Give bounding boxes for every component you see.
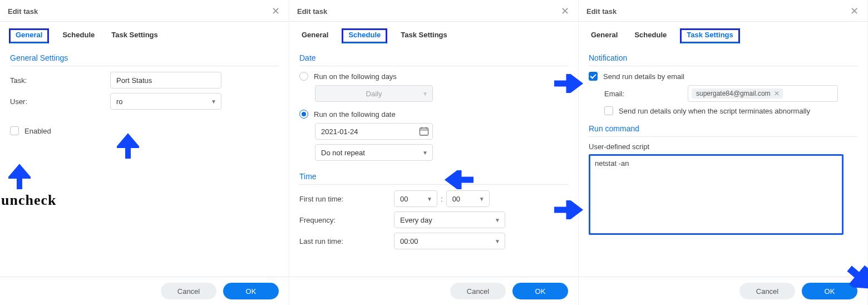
tab-general[interactable]: General xyxy=(10,29,48,42)
annotation-arrow-right-icon xyxy=(554,74,585,93)
chevron-down-icon: ▼ xyxy=(495,238,500,244)
ok-button[interactable]: OK xyxy=(512,283,568,299)
tab-schedule[interactable]: Schedule xyxy=(343,29,386,42)
close-icon[interactable]: ✕ xyxy=(849,6,860,17)
email-label: Email: xyxy=(604,90,688,98)
annotation-text: uncheck xyxy=(1,192,56,209)
section-time: Time xyxy=(299,169,568,185)
annotation-arrow-up-icon xyxy=(117,131,139,159)
run-days-radio[interactable] xyxy=(299,72,308,81)
chevron-down-icon: ▼ xyxy=(211,99,216,105)
chevron-down-icon: ▼ xyxy=(479,196,485,202)
dialog-title: Edit task xyxy=(297,7,327,16)
time-colon: : xyxy=(441,195,443,203)
remove-tag-icon[interactable]: ✕ xyxy=(774,90,780,97)
annotation-arrow-left-icon xyxy=(443,170,474,189)
first-run-label: First run time: xyxy=(299,195,394,203)
dialog-title: Edit task xyxy=(586,7,617,16)
send-details-label: Send run details by email xyxy=(603,72,684,81)
enabled-checkbox[interactable] xyxy=(10,126,19,135)
cancel-button[interactable]: Cancel xyxy=(161,283,216,299)
tab-task-settings[interactable]: Task Settings xyxy=(681,29,739,42)
minute-select[interactable]: 00 ▼ xyxy=(446,190,490,207)
email-tag-value: supergate84@gmail.com xyxy=(696,90,771,97)
frequency-select[interactable]: Every day ▼ xyxy=(394,211,505,228)
abnormal-checkbox[interactable] xyxy=(604,106,613,115)
task-input[interactable]: Port Status xyxy=(110,72,221,88)
email-input[interactable]: supergate84@gmail.com ✕ xyxy=(688,85,838,102)
days-select: Daily ▼ xyxy=(315,85,433,102)
annotation-arrow-up-icon xyxy=(8,161,31,189)
section-notification: Notification xyxy=(589,50,857,66)
date-input-value: 2021-01-24 xyxy=(321,127,358,136)
user-label: User: xyxy=(10,97,110,106)
user-select-value: ro xyxy=(116,97,123,106)
annotation-arrow-right-icon xyxy=(554,200,585,219)
frequency-label: Frequency: xyxy=(299,216,394,224)
cancel-button[interactable]: Cancel xyxy=(739,283,795,299)
script-label: User-defined script xyxy=(589,142,857,151)
run-date-label: Run on the following date xyxy=(314,110,396,119)
svg-rect-0 xyxy=(420,128,428,135)
minute-select-value: 00 xyxy=(452,195,460,203)
chevron-down-icon: ▼ xyxy=(495,217,500,223)
dialog-title: Edit task xyxy=(8,7,38,16)
chevron-down-icon: ▼ xyxy=(422,150,428,156)
user-select[interactable]: ro ▼ xyxy=(110,93,221,110)
run-date-radio[interactable] xyxy=(299,110,308,119)
tab-general[interactable]: General xyxy=(299,29,331,42)
tab-schedule[interactable]: Schedule xyxy=(60,29,97,42)
frequency-select-value: Every day xyxy=(400,216,432,224)
last-run-select-value: 00:00 xyxy=(400,237,418,245)
chevron-down-icon: ▼ xyxy=(422,91,428,97)
close-icon[interactable]: ✕ xyxy=(270,6,281,17)
tab-general[interactable]: General xyxy=(589,29,620,42)
run-days-label: Run on the following days xyxy=(314,72,397,81)
chevron-down-icon: ▼ xyxy=(427,196,432,202)
section-general-settings: General Settings xyxy=(10,50,279,66)
repeat-select-value: Do not repeat xyxy=(321,149,365,157)
tab-task-settings[interactable]: Task Settings xyxy=(398,29,450,42)
abnormal-label: Send run details only when the script te… xyxy=(619,107,810,115)
task-label: Task: xyxy=(10,76,110,85)
date-input[interactable]: 2021-01-24 xyxy=(315,123,433,140)
close-icon[interactable]: ✕ xyxy=(559,6,570,17)
days-select-value: Daily xyxy=(366,90,382,98)
section-date: Date xyxy=(299,50,568,66)
email-tag: supergate84@gmail.com ✕ xyxy=(692,88,783,99)
ok-button[interactable]: OK xyxy=(802,283,857,299)
cancel-button[interactable]: Cancel xyxy=(450,283,506,299)
tab-task-settings[interactable]: Task Settings xyxy=(109,29,160,42)
repeat-select[interactable]: Do not repeat ▼ xyxy=(315,144,433,161)
enabled-label: Enabled xyxy=(24,127,51,135)
send-details-checkbox[interactable] xyxy=(589,72,598,81)
last-run-label: Last run time: xyxy=(299,237,394,245)
ok-button[interactable]: OK xyxy=(223,283,279,299)
task-input-value: Port Status xyxy=(116,76,152,85)
tab-schedule[interactable]: Schedule xyxy=(632,29,669,42)
calendar-icon xyxy=(419,126,429,136)
hour-select-value: 00 xyxy=(400,195,408,203)
last-run-select[interactable]: 00:00 ▼ xyxy=(394,233,505,249)
script-textarea[interactable] xyxy=(589,154,844,235)
section-run-command: Run command xyxy=(589,121,857,137)
hour-select[interactable]: 00 ▼ xyxy=(394,190,437,207)
